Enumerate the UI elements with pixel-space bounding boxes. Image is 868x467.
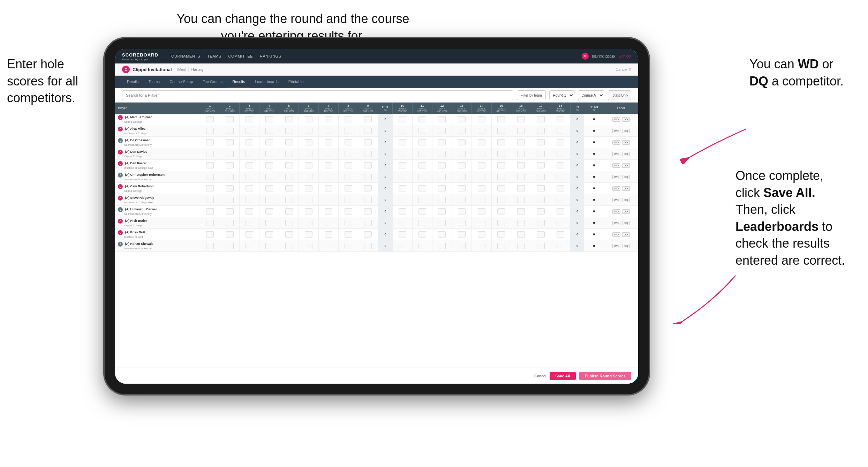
hole-3-input[interactable] — [246, 116, 253, 122]
hole-1-input[interactable] — [206, 151, 214, 157]
hole-16-input[interactable] — [517, 151, 525, 157]
hole-5-input[interactable] — [285, 185, 293, 191]
hole-5-input[interactable] — [285, 139, 293, 145]
hole-15-input[interactable] — [497, 139, 505, 145]
hole-13-input[interactable] — [458, 243, 466, 249]
dq-button[interactable]: DQ — [622, 198, 630, 202]
hole-4-input[interactable] — [265, 116, 273, 122]
hole-4-input[interactable] — [265, 208, 273, 214]
hole-2-input[interactable] — [226, 185, 234, 191]
hole-13-input[interactable] — [458, 220, 466, 226]
hole-13-input[interactable] — [458, 162, 466, 168]
hole-5-input[interactable] — [285, 116, 293, 122]
hole-18-input[interactable] — [557, 231, 564, 238]
hole-2-input[interactable] — [226, 139, 234, 145]
hole-2-input[interactable] — [226, 220, 234, 226]
hole-14-input[interactable] — [478, 174, 485, 180]
nav-rankings[interactable]: RANKINGS — [260, 54, 281, 58]
hole-12-input[interactable] — [438, 185, 446, 191]
hole-17-input[interactable] — [537, 162, 545, 168]
tab-details[interactable]: Details — [122, 76, 144, 88]
hole-18-input[interactable] — [557, 197, 564, 203]
hole-10-input[interactable] — [399, 231, 406, 238]
hole-12-input[interactable] — [438, 243, 446, 249]
hole-10-input[interactable] — [399, 116, 406, 122]
hole-16-input[interactable] — [517, 220, 525, 226]
hole-18-input[interactable] — [557, 162, 564, 168]
hole-6-input[interactable] — [305, 208, 312, 214]
hole-14-input[interactable] — [478, 208, 485, 214]
totals-only-button[interactable]: Totals Only — [608, 90, 631, 100]
hole-11-input[interactable] — [418, 185, 426, 191]
hole-12-input[interactable] — [438, 139, 446, 145]
hole-9-input[interactable] — [364, 174, 372, 180]
wd-button[interactable]: WD — [612, 117, 620, 122]
hole-16-input[interactable] — [517, 139, 525, 145]
hole-15-input[interactable] — [497, 128, 505, 134]
hole-15-input[interactable] — [497, 185, 505, 191]
hole-14-input[interactable] — [478, 151, 485, 157]
hole-11-input[interactable] — [418, 208, 426, 214]
hole-6-input[interactable] — [305, 162, 312, 168]
wd-button[interactable]: WD — [612, 221, 620, 225]
wd-button[interactable]: WD — [612, 152, 620, 156]
hole-1-input[interactable] — [206, 162, 214, 168]
hole-3-input[interactable] — [246, 139, 253, 145]
hole-1-input[interactable] — [206, 128, 214, 134]
hole-18-input[interactable] — [557, 208, 564, 214]
hole-18-input[interactable] — [557, 174, 564, 180]
hole-7-input[interactable] — [325, 197, 332, 203]
hole-1-input[interactable] — [206, 197, 214, 203]
hole-13-input[interactable] — [458, 231, 466, 238]
hole-5-input[interactable] — [285, 208, 293, 214]
hole-2-input[interactable] — [226, 174, 234, 180]
hole-2-input[interactable] — [226, 151, 234, 157]
hole-11-input[interactable] — [418, 231, 426, 238]
hole-3-input[interactable] — [246, 128, 253, 134]
hole-1-input[interactable] — [206, 220, 214, 226]
hole-11-input[interactable] — [418, 174, 426, 180]
cancel-bottom-button[interactable]: Cancel — [534, 374, 546, 378]
hole-4-input[interactable] — [265, 231, 273, 238]
dq-button[interactable]: DQ — [622, 129, 630, 133]
hole-11-input[interactable] — [418, 197, 426, 203]
hole-8-input[interactable] — [345, 116, 352, 122]
hole-1-input[interactable] — [206, 208, 214, 214]
hole-15-input[interactable] — [497, 162, 505, 168]
hole-10-input[interactable] — [399, 174, 406, 180]
hole-14-input[interactable] — [478, 116, 485, 122]
dq-button[interactable]: DQ — [622, 209, 630, 214]
wd-button[interactable]: WD — [612, 175, 620, 179]
hole-3-input[interactable] — [246, 231, 253, 238]
hole-18-input[interactable] — [557, 128, 564, 134]
hole-17-input[interactable] — [537, 231, 545, 238]
tab-printables[interactable]: Printables — [284, 76, 310, 88]
hole-4-input[interactable] — [265, 220, 273, 226]
wd-button[interactable]: WD — [612, 163, 620, 168]
hole-2-input[interactable] — [226, 197, 234, 203]
hole-15-input[interactable] — [497, 231, 505, 238]
hole-8-input[interactable] — [345, 128, 352, 134]
hole-8-input[interactable] — [345, 243, 352, 249]
hole-15-input[interactable] — [497, 174, 505, 180]
hole-10-input[interactable] — [399, 208, 406, 214]
hole-3-input[interactable] — [246, 174, 253, 180]
hole-12-input[interactable] — [438, 162, 446, 168]
hole-13-input[interactable] — [458, 174, 466, 180]
hole-15-input[interactable] — [497, 243, 505, 249]
hole-5-input[interactable] — [285, 220, 293, 226]
hole-1-input[interactable] — [206, 243, 214, 249]
hole-14-input[interactable] — [478, 231, 485, 238]
hole-8-input[interactable] — [345, 139, 352, 145]
hole-8-input[interactable] — [345, 231, 352, 238]
hole-6-input[interactable] — [305, 197, 312, 203]
hole-4-input[interactable] — [265, 197, 273, 203]
hole-18-input[interactable] — [557, 185, 564, 191]
hole-7-input[interactable] — [325, 185, 332, 191]
hole-12-input[interactable] — [438, 197, 446, 203]
dq-button[interactable]: DQ — [622, 186, 630, 191]
hole-14-input[interactable] — [478, 220, 485, 226]
hole-13-input[interactable] — [458, 197, 466, 203]
hole-9-input[interactable] — [364, 139, 372, 145]
wd-button[interactable]: WD — [612, 198, 620, 202]
